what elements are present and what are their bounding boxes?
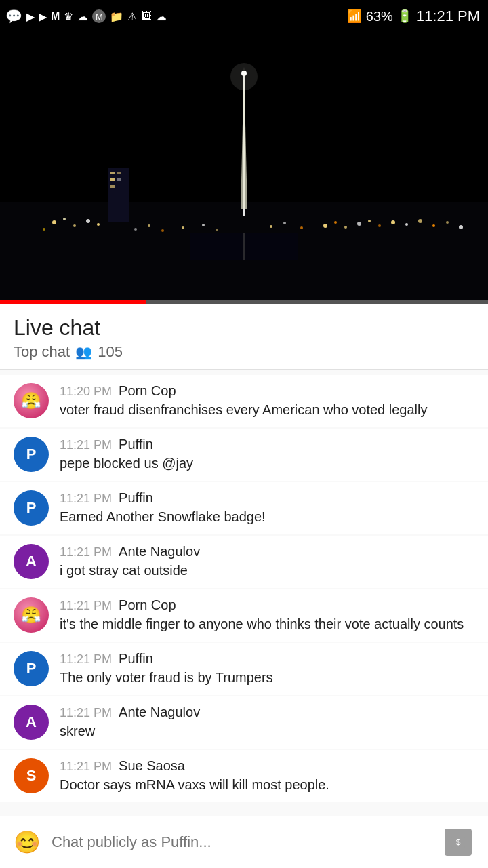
message-timestamp: 11:21 PM xyxy=(60,760,112,774)
user-avatar: P xyxy=(14,437,49,472)
message-meta: 11:20 PMPorn Cop xyxy=(60,383,474,399)
svg-text:$: $ xyxy=(456,837,461,847)
message-content: 11:20 PMPorn Copvoter fraud disenfranchi… xyxy=(60,383,474,419)
message-content: 11:21 PMPuffinThe only voter fraud is by… xyxy=(60,651,474,687)
message-text: The only voter fraud is by Trumpers xyxy=(60,668,474,687)
message-timestamp: 11:21 PM xyxy=(60,706,112,720)
wifi-icon: 📶 xyxy=(347,9,362,24)
svg-point-3 xyxy=(63,218,66,220)
message-meta: 11:21 PMAnte Nagulov xyxy=(60,544,474,559)
svg-point-17 xyxy=(230,63,258,90)
svg-point-4 xyxy=(73,224,76,227)
message-icon: 💬 xyxy=(5,8,22,24)
svg-point-31 xyxy=(148,224,150,227)
svg-point-24 xyxy=(391,220,395,224)
filter-button[interactable] xyxy=(447,317,453,333)
svg-point-30 xyxy=(134,228,137,231)
message-content: 11:21 PMPuffinEarned Another Snowflake b… xyxy=(60,490,474,526)
youtube-icon2: ▶ xyxy=(39,10,47,23)
live-chat-container: Live chat Top chat 👥 105 xyxy=(0,304,488,858)
top-chat-label: Top chat xyxy=(14,343,70,361)
user-avatar: A xyxy=(14,705,49,740)
user-avatar: A xyxy=(14,544,49,579)
status-right: 📶 63% 🔋 11:21 PM xyxy=(347,7,480,25)
message-text: Doctor says mRNA vaxs will kill most peo… xyxy=(60,775,474,794)
svg-point-21 xyxy=(357,222,361,226)
svg-point-28 xyxy=(446,221,449,224)
svg-point-27 xyxy=(432,224,435,227)
user-avatar: 😤 xyxy=(14,597,49,633)
cloud-icon: ☁ xyxy=(77,10,88,23)
message-meta: 11:21 PMPorn Cop xyxy=(60,597,474,613)
message-author: Puffin xyxy=(119,651,153,667)
warning-icon: ⚠ xyxy=(127,10,137,23)
chat-message: A11:21 PMAnte Nagulovi got stray cat out… xyxy=(0,536,488,588)
message-content: 11:21 PMSue SaosaDoctor says mRNA vaxs w… xyxy=(60,758,474,794)
people-icon: 👥 xyxy=(75,344,92,360)
video-player[interactable] xyxy=(0,33,488,304)
chat-header-left: Live chat Top chat 👥 105 xyxy=(14,315,123,361)
chat-subtitle: Top chat 👥 105 xyxy=(14,343,123,361)
chat-message: 😤11:20 PMPorn Copvoter fraud disenfranch… xyxy=(0,375,488,427)
svg-point-33 xyxy=(182,226,184,229)
message-content: 11:21 PMPorn Copit's the middle finger t… xyxy=(60,597,474,633)
close-button[interactable] xyxy=(469,317,474,333)
svg-rect-8 xyxy=(108,168,129,222)
chat-input[interactable] xyxy=(52,833,431,851)
chat-message: S11:21 PMSue SaosaDoctor says mRNA vaxs … xyxy=(0,750,488,802)
message-content: 11:21 PMPuffinpepe blocked us @jay xyxy=(60,437,474,473)
send-arrow-icon: $ xyxy=(450,834,466,850)
user-avatar: S xyxy=(14,758,49,793)
svg-point-19 xyxy=(334,221,337,224)
svg-point-38 xyxy=(300,226,303,229)
chat-title: Live chat xyxy=(14,315,123,340)
svg-point-26 xyxy=(418,219,422,223)
send-button[interactable]: $ xyxy=(442,826,474,859)
svg-point-22 xyxy=(368,220,371,222)
message-text: i got stray cat outside xyxy=(60,561,474,580)
chat-header: Live chat Top chat 👥 105 xyxy=(0,304,488,370)
chat-message: P11:21 PMPuffinThe only voter fraud is b… xyxy=(0,643,488,695)
svg-rect-13 xyxy=(110,185,115,188)
message-author: Porn Cop xyxy=(119,597,176,613)
message-author: Porn Cop xyxy=(119,383,176,399)
message-text: pepe blocked us @jay xyxy=(60,454,474,473)
video-progress-bar[interactable] xyxy=(0,300,488,304)
chat-message: P11:21 PMPuffinpepe blocked us @jay xyxy=(0,429,488,481)
svg-rect-9 xyxy=(110,172,115,174)
chat-header-right xyxy=(447,315,474,333)
video-progress-fill xyxy=(0,300,146,304)
status-bar: 💬 ▶ ▶ M ♛ ☁ M 📁 ⚠ 🖼 ☁ 📶 63% 🔋 11:21 PM xyxy=(0,0,488,33)
image-icon: 🖼 xyxy=(141,10,152,22)
crown-icon: ♛ xyxy=(64,10,73,23)
chat-message: 😤11:21 PMPorn Copit's the middle finger … xyxy=(0,589,488,642)
message-author: Ante Nagulov xyxy=(119,705,200,720)
battery-icon: 🔋 xyxy=(397,9,412,24)
video-background xyxy=(0,33,488,304)
svg-point-7 xyxy=(97,223,100,226)
svg-point-37 xyxy=(283,222,286,224)
svg-point-35 xyxy=(216,229,218,231)
status-icons-left: 💬 ▶ ▶ M ♛ ☁ M 📁 ⚠ 🖼 ☁ xyxy=(5,8,167,24)
message-text: skrew xyxy=(60,722,474,741)
svg-point-5 xyxy=(43,228,45,231)
message-content: 11:21 PMAnte Nagulovskrew xyxy=(60,705,474,741)
svg-point-6 xyxy=(86,219,90,223)
message-author: Sue Saosa xyxy=(119,758,185,774)
message-content: 11:21 PMAnte Nagulovi got stray cat outs… xyxy=(60,544,474,580)
m2-icon: M xyxy=(92,9,106,23)
emoji-button[interactable]: 😊 xyxy=(14,829,41,855)
message-author: Puffin xyxy=(119,437,153,452)
message-timestamp: 11:21 PM xyxy=(60,652,112,667)
message-meta: 11:21 PMPuffin xyxy=(60,651,474,667)
battery-text: 63% xyxy=(366,9,393,24)
send-icon: $ xyxy=(445,829,472,856)
svg-point-29 xyxy=(459,225,463,229)
cloud2-icon: ☁ xyxy=(156,10,167,23)
m-icon: M xyxy=(51,10,60,22)
city-lights-svg xyxy=(0,33,488,304)
svg-point-23 xyxy=(378,224,381,227)
user-avatar: P xyxy=(14,651,49,686)
svg-rect-11 xyxy=(110,178,115,181)
chat-message: P11:21 PMPuffinEarned Another Snowflake … xyxy=(0,482,488,534)
